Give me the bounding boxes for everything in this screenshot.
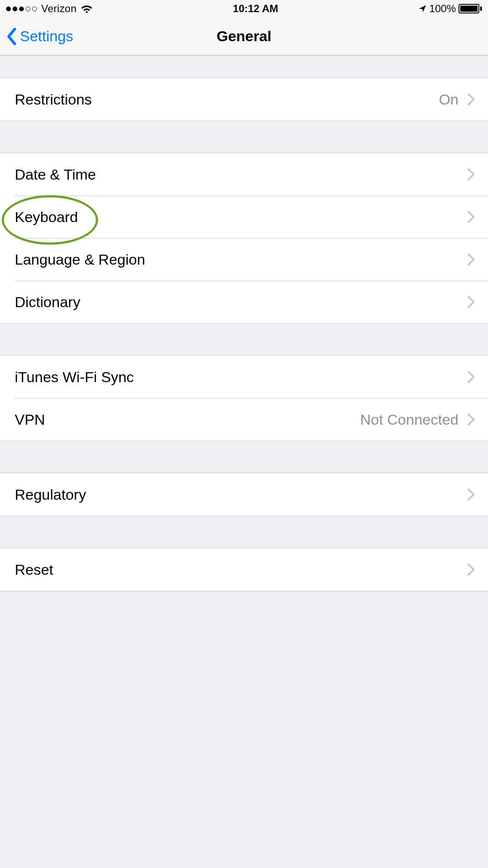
section: iTunes Wi-Fi SyncVPNNot Connected	[0, 355, 488, 441]
wifi-icon	[81, 4, 93, 13]
row-label: Date & Time	[15, 166, 467, 183]
signal-strength-icon	[6, 7, 37, 11]
chevron-right-icon	[467, 168, 475, 181]
location-icon	[418, 4, 427, 13]
chevron-right-icon	[467, 210, 475, 223]
row-label: Keyboard	[15, 209, 467, 226]
nav-bar: Settings General	[0, 17, 488, 56]
status-left: Verizon	[6, 3, 93, 15]
row-label: VPN	[15, 411, 360, 428]
chevron-right-icon	[467, 488, 475, 501]
section: RestrictionsOn	[0, 78, 488, 121]
carrier-label: Verizon	[41, 3, 76, 15]
status-right: 100%	[418, 3, 482, 15]
section: Regulatory	[0, 473, 488, 516]
section-gap	[0, 56, 488, 78]
row-date-time[interactable]: Date & Time	[0, 153, 488, 196]
back-label: Settings	[20, 28, 73, 45]
row-regulatory[interactable]: Regulatory	[0, 473, 488, 516]
section: Reset	[0, 548, 488, 591]
settings-list: RestrictionsOnDate & TimeKeyboardLanguag…	[0, 56, 488, 623]
section-gap	[0, 591, 488, 623]
row-label: Regulatory	[15, 486, 467, 503]
status-time: 10:12 AM	[233, 3, 278, 15]
row-vpn[interactable]: VPNNot Connected	[0, 398, 488, 441]
row-itunes-wifi-sync[interactable]: iTunes Wi-Fi Sync	[0, 356, 488, 398]
row-label: Reset	[15, 561, 467, 578]
row-language-region[interactable]: Language & Region	[0, 238, 488, 281]
row-reset[interactable]: Reset	[0, 548, 488, 591]
row-restrictions[interactable]: RestrictionsOn	[0, 78, 488, 121]
row-keyboard[interactable]: Keyboard	[0, 196, 488, 238]
row-value: On	[439, 91, 459, 108]
status-bar: Verizon 10:12 AM 100%	[0, 0, 488, 17]
chevron-right-icon	[467, 93, 475, 106]
section-gap	[0, 441, 488, 473]
section-gap	[0, 324, 488, 355]
back-chevron-icon	[6, 27, 17, 46]
row-value: Not Connected	[360, 411, 459, 428]
row-label: iTunes Wi-Fi Sync	[15, 369, 467, 386]
battery-icon	[459, 4, 482, 13]
row-dictionary[interactable]: Dictionary	[0, 281, 488, 323]
row-label: Language & Region	[15, 251, 467, 268]
section-gap	[0, 516, 488, 548]
back-button[interactable]: Settings	[0, 27, 73, 46]
chevron-right-icon	[467, 370, 475, 383]
row-label: Dictionary	[15, 294, 467, 311]
battery-percent: 100%	[429, 3, 456, 15]
section: Date & TimeKeyboardLanguage & RegionDict…	[0, 153, 488, 324]
chevron-right-icon	[467, 253, 475, 266]
chevron-right-icon	[467, 563, 475, 576]
row-label: Restrictions	[15, 91, 439, 108]
chevron-right-icon	[467, 413, 475, 426]
section-gap	[0, 121, 488, 153]
chevron-right-icon	[467, 295, 475, 308]
